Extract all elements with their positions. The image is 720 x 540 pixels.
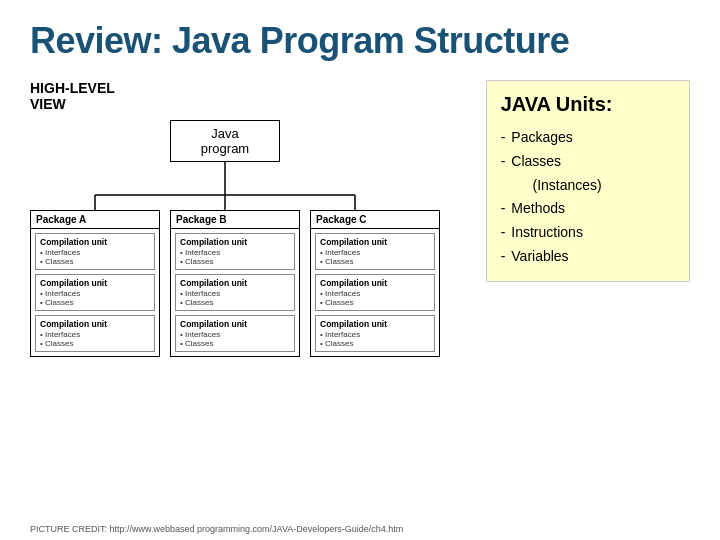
left-area: HIGH-LEVELVIEW Javaprogram (30, 80, 476, 500)
package-box-c: Package C Compilation unit • Interfaces … (310, 210, 440, 357)
content-area: HIGH-LEVELVIEW Javaprogram (30, 80, 690, 500)
list-item-methods: - Methods (501, 197, 675, 221)
item-label-instructions: Instructions (511, 221, 583, 245)
list-item-instances: (Instances) (501, 174, 675, 198)
cu-c1: Compilation unit • Interfaces • Classes (315, 233, 435, 270)
picture-credit: PICTURE CREDIT: http://www.webbased prog… (30, 524, 403, 534)
package-c-header: Package C (311, 211, 439, 229)
slide: Review: Java Program Structure HIGH-LEVE… (0, 0, 720, 540)
cu-c2: Compilation unit • Interfaces • Classes (315, 274, 435, 311)
package-box-b: Package B Compilation unit • Interfaces … (170, 210, 300, 357)
item-label-instances: (Instances) (511, 174, 602, 198)
item-label-packages: Packages (511, 126, 572, 150)
java-program-box: Javaprogram (170, 120, 280, 162)
dash-icon: - (501, 221, 506, 245)
list-item-variables: - Variables (501, 245, 675, 269)
package-a-header: Package A (31, 211, 159, 229)
list-item-classes: - Classes (501, 150, 675, 174)
package-box-a: Package A Compilation unit • Interfaces … (30, 210, 160, 357)
dash-icon: - (501, 245, 506, 269)
right-panel: JAVA Units: - Packages - Classes (Instan… (486, 80, 690, 282)
dash-icon: - (501, 150, 506, 174)
dash-icon: - (501, 126, 506, 150)
cu-b1: Compilation unit • Interfaces • Classes (175, 233, 295, 270)
java-units-title: JAVA Units: (501, 93, 675, 116)
list-item-packages: - Packages (501, 126, 675, 150)
java-units-list: - Packages - Classes (Instances) - Metho… (501, 126, 675, 269)
cu-a3: Compilation unit • Interfaces • Classes (35, 315, 155, 352)
package-b-header: Package B (171, 211, 299, 229)
cu-b2: Compilation unit • Interfaces • Classes (175, 274, 295, 311)
high-level-label: HIGH-LEVELVIEW (30, 80, 476, 112)
cu-b3: Compilation unit • Interfaces • Classes (175, 315, 295, 352)
list-item-instructions: - Instructions (501, 221, 675, 245)
cu-a2: Compilation unit • Interfaces • Classes (35, 274, 155, 311)
item-label-classes: Classes (511, 150, 561, 174)
item-label-variables: Variables (511, 245, 568, 269)
java-program-label: Javaprogram (201, 126, 249, 156)
dash-spacer (501, 174, 505, 198)
dash-icon: - (501, 197, 506, 221)
item-label-methods: Methods (511, 197, 565, 221)
cu-a1: Compilation unit • Interfaces • Classes (35, 233, 155, 270)
cu-c3: Compilation unit • Interfaces • Classes (315, 315, 435, 352)
page-title: Review: Java Program Structure (30, 20, 690, 62)
diagram: Javaprogram Package A (30, 120, 470, 500)
package-row: Package A Compilation unit • Interfaces … (30, 210, 440, 357)
